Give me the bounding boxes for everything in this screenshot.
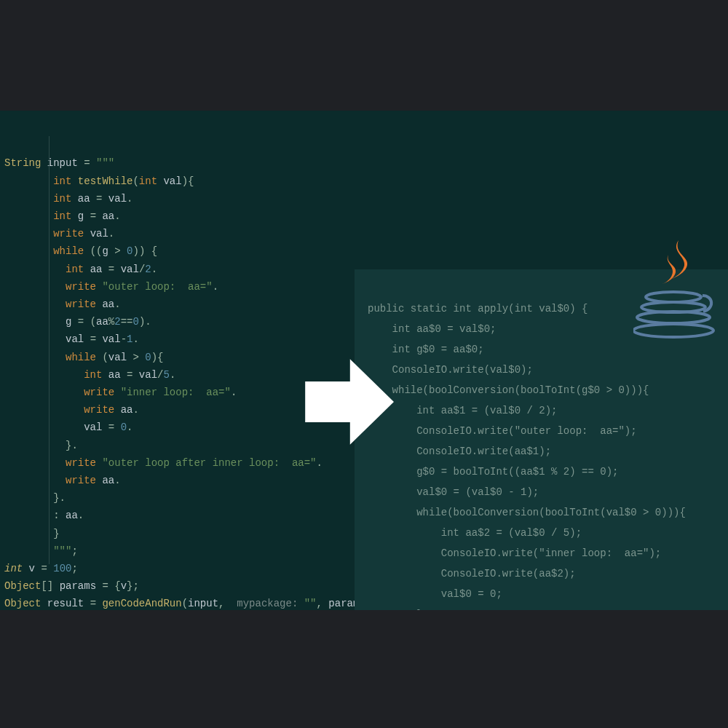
code-token: write	[66, 475, 102, 486]
code-token: >	[132, 352, 145, 363]
code-token: =	[84, 157, 96, 169]
code-token: ,	[317, 598, 329, 609]
code-token: val	[90, 228, 108, 240]
code-token: -	[121, 333, 127, 345]
code-token: =	[127, 369, 139, 381]
code-token: []	[41, 580, 59, 592]
code-token: .	[151, 264, 157, 275]
code-token: write	[53, 228, 90, 240]
code-token: = (	[78, 316, 96, 328]
code-token: ){	[151, 352, 164, 363]
code-token: val	[66, 333, 90, 345]
code-line: val$0 = 0;	[368, 588, 502, 600]
code-token: int	[84, 369, 108, 381]
code-line: while(boolConversion(boolToInt(val$0 > 0…	[368, 507, 686, 518]
code-token: while	[53, 245, 90, 257]
code-token: input	[47, 157, 84, 169]
editor-area: String input = """ int testWhile(int val…	[0, 111, 728, 610]
code-token: int	[53, 210, 78, 222]
code-line: val$0 = (val$0 - 1);	[368, 486, 539, 498]
code-line: while(boolConversion(boolToInt(g$0 > 0))…	[368, 384, 649, 396]
code-token: =	[41, 563, 53, 574]
code-token: int	[139, 175, 164, 187]
code-token: ==	[121, 316, 133, 328]
code-token: aa	[121, 404, 133, 416]
code-token: .	[78, 510, 84, 521]
code-token: };	[127, 580, 139, 592]
code-token: while	[66, 352, 102, 363]
code-token: .	[114, 475, 120, 486]
code-token: = {	[102, 580, 120, 592]
code-token: v	[121, 580, 127, 592]
code-token: int	[53, 175, 78, 187]
code-token: .	[231, 387, 237, 398]
code-token: =	[90, 333, 103, 345]
code-token: write	[84, 387, 120, 398]
code-token: .	[170, 369, 175, 381]
code-line: ConsoleIO.write(aa$2);	[368, 568, 576, 579]
java-logo-icon	[633, 234, 721, 344]
code-token: =	[108, 422, 121, 433]
code-token: aa	[102, 210, 114, 222]
code-token: aa	[96, 316, 108, 328]
code-token: params	[60, 580, 103, 592]
code-token: result	[47, 598, 90, 609]
code-token: =	[90, 210, 103, 222]
code-token: aa	[90, 264, 108, 275]
indent-guide	[49, 136, 50, 564]
code-token: }	[53, 528, 59, 539]
code-token: }.	[53, 492, 66, 504]
code-token: }.	[66, 440, 78, 451]
code-token: write	[66, 298, 102, 310]
code-token: ){	[182, 175, 194, 187]
code-token: aa	[108, 369, 127, 381]
code-token: val	[121, 264, 139, 275]
code-line: }	[368, 609, 423, 610]
code-token: 5	[163, 369, 169, 381]
svg-point-1	[646, 292, 701, 302]
code-token: (	[102, 352, 108, 363]
code-token: """	[96, 157, 114, 169]
code-token: Object	[4, 598, 47, 609]
code-token: write	[66, 457, 102, 469]
code-line: int aa$0 = val$0;	[368, 323, 496, 335]
code-token: v	[29, 563, 41, 574]
code-token: aa	[102, 298, 114, 310]
code-token: g	[102, 245, 114, 257]
code-token: 2	[145, 264, 151, 275]
arrow-right-icon	[297, 351, 399, 453]
code-line: g$0 = boolToInt((aa$1 % 2) == 0);	[368, 466, 618, 478]
code-token: val	[84, 422, 108, 433]
code-token: "outer loop after inner loop: aa="	[102, 457, 316, 469]
code-token: .	[213, 281, 218, 293]
code-token: val	[108, 193, 127, 205]
code-token: "outer loop: aa="	[102, 281, 212, 293]
code-token: .	[127, 193, 132, 205]
code-token: int	[4, 563, 29, 574]
code-token: ;	[71, 545, 77, 557]
code-token: .	[132, 333, 138, 345]
code-token: """	[53, 545, 71, 557]
code-token: Object	[4, 580, 41, 592]
code-token: (	[132, 175, 138, 187]
code-token: )) {	[132, 245, 157, 257]
code-token: mypackage:	[237, 598, 304, 609]
svg-marker-0	[305, 359, 394, 445]
code-token: 0	[132, 316, 138, 328]
code-token: val	[139, 369, 157, 381]
code-token: ,	[218, 598, 237, 609]
code-token: write	[66, 281, 102, 293]
code-token: .	[132, 404, 138, 416]
code-token: aa	[66, 510, 78, 521]
code-line: ConsoleIO.write("inner loop: aa=");	[368, 547, 661, 559]
code-token: g	[66, 316, 78, 328]
code-token: :	[53, 510, 66, 521]
code-token: val	[102, 333, 120, 345]
code-token: .	[127, 422, 132, 433]
code-token: int	[53, 193, 78, 205]
code-token: .	[114, 210, 120, 222]
code-line: ConsoleIO.write("outer loop: aa=");	[368, 425, 637, 437]
code-token: aa	[102, 475, 114, 486]
svg-point-4	[633, 324, 713, 337]
code-token: "inner loop: aa="	[121, 387, 231, 398]
